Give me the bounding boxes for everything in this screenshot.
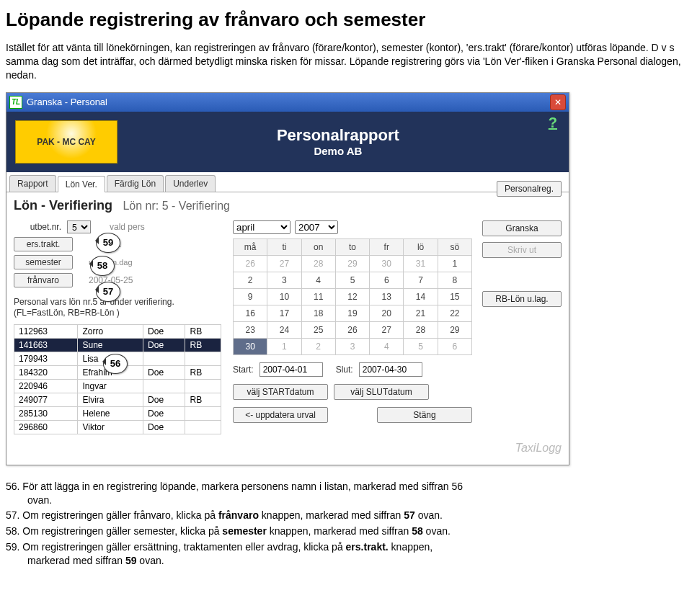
calendar-day[interactable]: 1 [438, 255, 471, 272]
month-select[interactable]: april [233, 220, 290, 234]
table-row[interactable]: 249077ElviraDoeRB [14, 393, 221, 406]
calendar-day[interactable]: 9 [234, 288, 267, 305]
granska-button[interactable]: Granska [482, 220, 562, 236]
calendar-day[interactable]: 22 [438, 305, 471, 321]
brand-note: TaxiLogg [14, 442, 562, 455]
calendar-day[interactable]: 27 [370, 321, 404, 338]
calendar-day[interactable]: 24 [267, 321, 301, 338]
tab-rapport[interactable]: Rapport [9, 175, 56, 192]
calendar-header: ti [267, 238, 301, 255]
vald-pers-label: vald pers [110, 222, 145, 232]
calendar-day[interactable]: 20 [370, 305, 404, 321]
calendar-day[interactable]: 30 [370, 255, 404, 272]
calendar-day[interactable]: 21 [404, 305, 438, 321]
calendar-day[interactable]: 12 [335, 288, 369, 305]
header-band: PAK - MC CAY Personalrapport Demo AB ? [6, 112, 569, 172]
calendar-day[interactable]: 15 [438, 288, 471, 305]
document-heading: Löpande registrering av frånvaro och sem… [6, 9, 686, 31]
calendar-day[interactable]: 23 [234, 321, 267, 338]
calendar-day[interactable]: 30 [234, 338, 267, 354]
calendar-day[interactable]: 1 [267, 338, 301, 354]
semester-button[interactable]: semester [14, 255, 73, 269]
table-row[interactable]: 296860ViktorDoe [14, 420, 221, 434]
calendar-day[interactable]: 14 [404, 288, 438, 305]
calendar-day[interactable]: 28 [404, 321, 438, 338]
calendar-day[interactable]: 11 [301, 288, 335, 305]
ers-trakt-button[interactable]: ers.trakt. [14, 237, 73, 251]
uppdatera-button[interactable]: <- uppdatera urval [233, 407, 328, 423]
calendar-day[interactable]: 3 [335, 338, 369, 354]
table-row[interactable]: 112963ZorroDoeRB [14, 324, 221, 338]
company-name: Demo AB [128, 145, 549, 157]
calendar-day[interactable]: 6 [438, 338, 471, 354]
calendar-day[interactable]: 5 [404, 338, 438, 354]
calendar-day[interactable]: 26 [335, 321, 369, 338]
close-icon[interactable]: ✕ [550, 94, 566, 110]
calendar-day[interactable]: 31 [404, 255, 438, 272]
calendar-header: sö [438, 238, 471, 255]
document-intro: Istället för att vänta till lönekörninge… [6, 41, 686, 82]
person-caption2: (FL=FastLön, RB=RB-Lön ) [14, 308, 223, 318]
callout-58: 58 [90, 256, 115, 276]
table-row[interactable]: 141663SuneDoeRB [14, 338, 221, 352]
help-icon[interactable]: ? [549, 115, 557, 131]
calendar-day[interactable]: 29 [438, 321, 471, 338]
notes: 56. För att lägga in en registrering löp… [6, 480, 686, 568]
calendar-header: må [234, 238, 267, 255]
stang-button[interactable]: Stäng [377, 407, 472, 423]
calendar-header: on [301, 238, 335, 255]
calendar-day[interactable]: 19 [335, 305, 369, 321]
calendar-day[interactable]: 5 [335, 272, 369, 288]
calendar-day[interactable]: 28 [301, 255, 335, 272]
calendar-day[interactable]: 16 [234, 305, 267, 321]
label-start: Start: [233, 365, 254, 375]
skriv-ut-button[interactable]: Skriv ut [482, 242, 562, 258]
valj-start-button[interactable]: välj STARTdatum [233, 384, 328, 400]
callout-59: 59 [96, 233, 120, 253]
franvaro-button[interactable]: frånvaro [14, 273, 73, 287]
utbet-nr-select[interactable]: 5 [67, 220, 91, 233]
personalreg-button[interactable]: Personalreg. [497, 181, 562, 197]
tab-fardig-lon[interactable]: Färdig Lön [107, 175, 164, 192]
slut-date-input[interactable] [359, 362, 422, 377]
calendar-day[interactable]: 6 [370, 272, 404, 288]
section-title: Lön - Verifiering [14, 198, 112, 213]
calendar-day[interactable]: 27 [267, 255, 301, 272]
calendar-day[interactable]: 26 [234, 255, 267, 272]
calendar-day[interactable]: 2 [301, 338, 335, 354]
calendar-header: fr [370, 238, 404, 255]
table-row[interactable]: 285130HeleneDoe [14, 406, 221, 420]
logo: PAK - MC CAY [15, 120, 117, 164]
work-area: 59 58 57 56 Lön - Verifiering Lön nr: 5 … [6, 192, 569, 465]
window-title: Granska - Personal [27, 97, 550, 107]
calendar-day[interactable]: 4 [301, 272, 335, 288]
start-date-input[interactable] [260, 362, 323, 377]
calendar-header: to [335, 238, 369, 255]
calendar-day[interactable]: 29 [335, 255, 369, 272]
calendar-day[interactable]: 17 [267, 305, 301, 321]
callout-56: 56 [103, 354, 128, 374]
calendar-day[interactable]: 13 [370, 288, 404, 305]
title-bar: TL Granska - Personal ✕ [6, 93, 569, 112]
calendar-day[interactable]: 18 [301, 305, 335, 321]
personnel-table[interactable]: 112963ZorroDoeRB141663SuneDoeRB179943Lis… [14, 324, 221, 434]
tab-underlev[interactable]: Underlev [165, 175, 216, 192]
calendar-day[interactable]: 8 [438, 272, 471, 288]
year-select[interactable]: 2007 [295, 220, 338, 234]
calendar-header: lö [404, 238, 438, 255]
tab-lon-ver[interactable]: Lön Ver. [58, 176, 105, 192]
label-slut: Slut: [336, 365, 353, 375]
rb-lon-button[interactable]: RB-Lön u.lag. [482, 291, 562, 307]
calendar-day[interactable]: 7 [404, 272, 438, 288]
calendar-day[interactable]: 4 [370, 338, 404, 354]
calendar[interactable]: måtiontofrlösö26272829303112345678910111… [233, 238, 472, 355]
table-row[interactable]: 220946Ingvar [14, 379, 221, 393]
calendar-day[interactable]: 25 [301, 321, 335, 338]
calendar-day[interactable]: 3 [267, 272, 301, 288]
valj-slut-button[interactable]: välj SLUTdatum [334, 384, 429, 400]
calendar-day[interactable]: 10 [267, 288, 301, 305]
report-title: Personalrapport [128, 126, 549, 145]
label-utbet-nr: utbet.nr. [14, 222, 61, 232]
section-subtitle: Lön nr: 5 - Verifiering [123, 200, 230, 212]
calendar-day[interactable]: 2 [234, 272, 267, 288]
